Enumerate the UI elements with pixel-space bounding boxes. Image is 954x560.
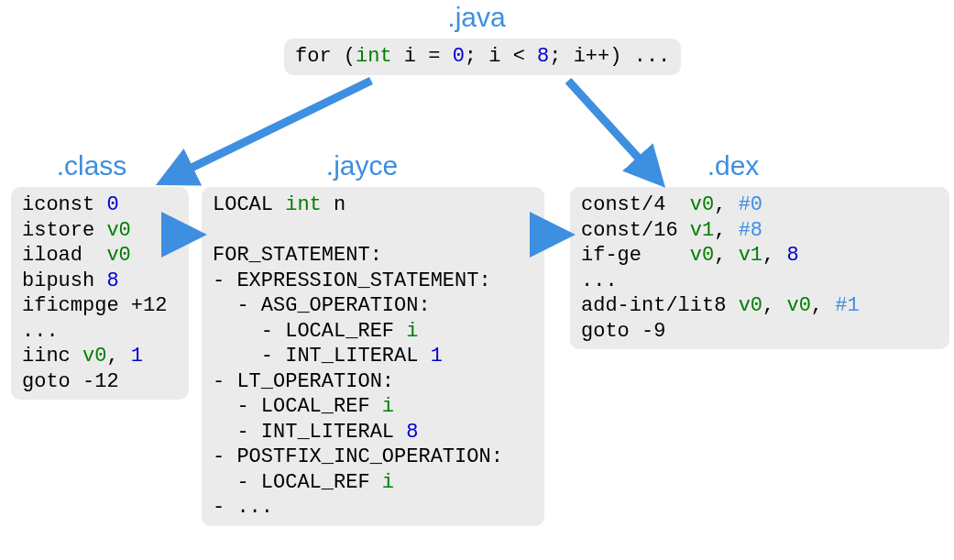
code-line: iconst 0 — [22, 192, 178, 218]
java-code-block: for (int i = 0; i < 8; i++) ... — [284, 38, 681, 75]
code-line: - LT_OPERATION: — [213, 369, 533, 395]
title-java: .java — [385, 2, 568, 33]
title-dex: .dex — [641, 150, 825, 181]
dex-code-block: const/4 v0, #0const/16 v1, #8if-ge v0, v… — [570, 187, 949, 349]
code-line: - EXPRESSION_STATEMENT: — [213, 269, 533, 294]
code-line: - POSTFIX_INC_OPERATION: — [213, 445, 533, 470]
title-jayce: .jayce — [270, 150, 454, 181]
code-line: ... — [22, 319, 178, 345]
jayce-code-block: LOCAL int n FOR_STATEMENT:- EXPRESSION_S… — [202, 187, 544, 526]
code-line: - LOCAL_REF i — [213, 319, 533, 345]
code-line: goto -9 — [581, 319, 938, 345]
code-line: ... — [581, 269, 938, 294]
code-line: bipush 8 — [22, 269, 178, 294]
code-line: istore v0 — [22, 218, 178, 244]
code-line: ificmpge +12 — [22, 293, 178, 319]
code-line: FOR_STATEMENT: — [213, 243, 533, 269]
title-class: .class — [0, 150, 183, 181]
code-line: const/16 v1, #8 — [581, 218, 938, 244]
code-line: - INT_LITERAL 8 — [213, 420, 533, 445]
code-line: LOCAL int n — [213, 192, 533, 218]
code-line: iinc v0, 1 — [22, 344, 178, 369]
code-line: - ASG_OPERATION: — [213, 293, 533, 319]
code-line — [213, 218, 533, 244]
code-line: if-ge v0, v1, 8 — [581, 243, 938, 269]
code-line: goto -12 — [22, 369, 178, 395]
code-line: iload v0 — [22, 243, 178, 269]
code-line: - LOCAL_REF i — [213, 470, 533, 496]
code-line: - LOCAL_REF i — [213, 394, 533, 420]
code-line: - INT_LITERAL 1 — [213, 344, 533, 369]
code-line: add-int/lit8 v0, v0, #1 — [581, 293, 938, 319]
code-line: for (int i = 0; i < 8; i++) ... — [295, 44, 670, 70]
class-code-block: iconst 0istore v0iload v0bipush 8ificmpg… — [11, 187, 189, 400]
code-line: const/4 v0, #0 — [581, 192, 938, 218]
code-line: - ... — [213, 495, 533, 521]
